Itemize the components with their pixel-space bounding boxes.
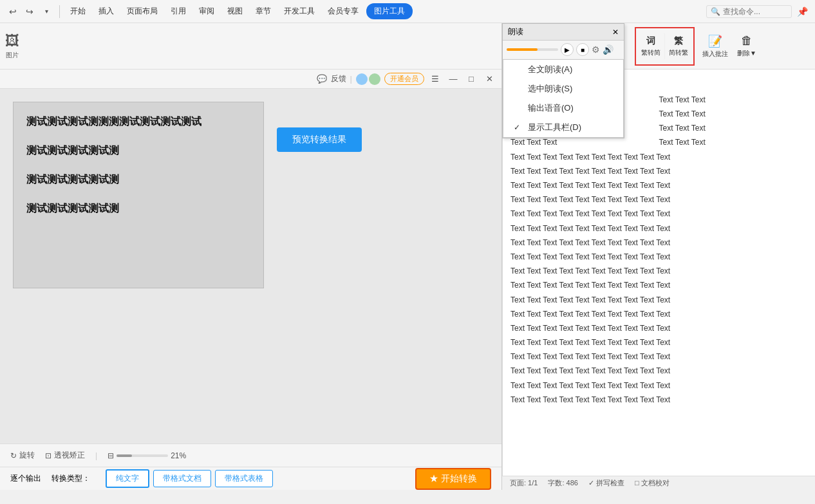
- text-row: Text Text Text Text Text Text Text Text …: [511, 221, 807, 236]
- top-toolbar: ↩ ↪ ▾ 开始 插入 页面布局 引用 审阅 视图 章节 开发工具 会员专享 图…: [0, 0, 815, 23]
- undo-button[interactable]: ↩: [5, 4, 21, 19]
- menu-dev-tools[interactable]: 开发工具: [279, 4, 320, 19]
- zoom-control[interactable]: ⊟ 21%: [108, 451, 186, 460]
- reading-panel-header: 朗读 ✕: [503, 24, 624, 41]
- text-row: Text Text Text Text Text Text Text Text …: [511, 192, 807, 207]
- show-toolbar-label: 显示工具栏(D): [528, 122, 581, 133]
- convert-type-group: 纯文字 带格式文档 带格式表格: [106, 469, 273, 488]
- rotate-tool[interactable]: ↻ 旋转: [10, 450, 35, 461]
- delete-icon: 🗑: [741, 34, 753, 48]
- viewer-header: 💬 反馈 | 开通会员 ☰ — □ ✕: [0, 70, 501, 89]
- menu-membership[interactable]: 会员专享: [323, 4, 364, 19]
- text-row: Text Text Text: [659, 135, 808, 149]
- text-row: Text Text Text: [659, 107, 808, 121]
- reading-slider[interactable]: [507, 48, 558, 51]
- insert-note-icon: 📝: [708, 34, 722, 48]
- export-audio-label: 输出语音(O): [528, 102, 574, 114]
- text-row: Text Text Text: [659, 121, 808, 135]
- feedback-icon: 💬: [317, 74, 327, 84]
- text-row: Text Text Text Text Text Text Text Text …: [511, 250, 807, 264]
- stop-button[interactable]: ■: [576, 43, 589, 56]
- redo-button[interactable]: ↪: [22, 4, 37, 19]
- page-info: 页面: 1/1: [510, 478, 538, 488]
- perspective-icon: ⊡: [45, 451, 52, 460]
- document-image: 测试测试测试测测测测试测试测试测试 测试测试测试测试测 测试测试测试测试测 测试…: [13, 102, 264, 288]
- bottom-bar: 逐个输出 转换类型： 纯文字 带格式文档 带格式表格 ★ 开始转换: [0, 467, 501, 490]
- zoom-slider[interactable]: [117, 454, 168, 457]
- sequential-output-label: 逐个输出: [10, 473, 41, 484]
- image-ribbon: 🖼 图片: [0, 23, 501, 70]
- text-row: Text Text Text Text Text Text Text Text …: [511, 364, 807, 378]
- maximize-button[interactable]: □: [464, 72, 478, 86]
- search-input[interactable]: [723, 7, 787, 16]
- main-area: 🖼 图片 💬 反馈 | 开通会员 ☰ — □ ✕: [0, 23, 815, 490]
- menu-page-layout[interactable]: 页面布局: [122, 4, 163, 19]
- text-row: Text Text Text Text Text Text Text Text …: [511, 236, 807, 250]
- word-count: 字数: 486: [548, 478, 577, 488]
- insert-note-label: 插入批注: [702, 50, 728, 59]
- text-check-button[interactable]: □ 文档校对: [635, 478, 670, 488]
- right-panel: 朗读 ✕ ▶ ■ ⚙ 🔊: [502, 23, 815, 490]
- text-row: Text Text Text Text Text Text Text Text …: [511, 307, 807, 321]
- doc-line-3: 测试测试测试测试测: [26, 173, 250, 187]
- reading-close-button[interactable]: ✕: [612, 28, 619, 37]
- simp-icon: 繁: [674, 35, 683, 47]
- status-bar: 页面: 1/1 字数: 486 ✓ 拼写检查 □ 文档校对: [502, 476, 815, 490]
- convert-type-label: 转换类型：: [52, 473, 90, 484]
- dropdown-item-selected-read[interactable]: 选中朗读(S): [503, 79, 623, 98]
- text-row: Text Text Text: [659, 93, 808, 107]
- text-row: Text Text Text Text Text Text Text Text …: [511, 335, 807, 350]
- dropdown-arrow[interactable]: ▾: [39, 4, 54, 19]
- preview-convert-button[interactable]: 预览转换结果: [277, 127, 362, 152]
- image-icon: 🖼: [5, 33, 19, 50]
- traditional-simplified-btn[interactable]: 词 繁转简: [637, 33, 665, 60]
- dropdown-item-export-audio[interactable]: 输出语音(O): [503, 98, 623, 118]
- text-row: Text Text Text Text Text Text Text Text …: [511, 378, 807, 393]
- text-row: Text Text Text Text Text Text Text Text …: [511, 278, 807, 292]
- text-row: Text Text Text Text Text Text Text Text …: [511, 264, 807, 278]
- slider-fill: [507, 48, 538, 51]
- text-row: Text Text Text Text Text Text Text Text …: [511, 293, 807, 307]
- viewer-footer: ↻ 旋转 ⊡ 透视矫正 | ⊟ 21%: [0, 443, 501, 467]
- delete-btn[interactable]: 🗑 删除▼: [733, 32, 760, 61]
- trad-label: 繁转简: [641, 48, 660, 57]
- menu-references[interactable]: 引用: [165, 4, 191, 19]
- text-rows-full: Text Text Text Text Text Text Text Text …: [511, 150, 807, 407]
- convert-type-formatted-doc[interactable]: 带格式文档: [153, 470, 211, 487]
- text-row: Text Text Text Text Text Text Text Text …: [511, 178, 807, 192]
- image-viewer-panel: 🖼 图片 💬 反馈 | 开通会员 ☰ — □ ✕: [0, 23, 502, 490]
- start-convert-button[interactable]: ★ 开始转换: [415, 468, 491, 490]
- undo-redo-group: ↩ ↪ ▾: [5, 4, 54, 19]
- text-row: Text Text Text Text Text Text Text Text …: [511, 350, 807, 364]
- membership-button[interactable]: 开通会员: [384, 73, 424, 85]
- menu-review[interactable]: 审阅: [194, 4, 220, 19]
- menu-view[interactable]: 视图: [222, 4, 248, 19]
- convert-type-text[interactable]: 纯文字: [106, 469, 149, 488]
- reading-controls: ▶ ■ ⚙ 🔊: [503, 41, 624, 59]
- simplified-traditional-btn[interactable]: 繁 简转繁: [665, 33, 692, 60]
- feedback-label: 反馈: [331, 73, 346, 84]
- footer-divider: |: [95, 451, 97, 460]
- reading-dropdown: 全文朗读(A) 选中朗读(S) 输出语音(O) ✓ 显示工具栏(D): [503, 59, 624, 138]
- doc-line-1: 测试测试测试测测测测试测试测试测试: [26, 115, 250, 129]
- menu-start[interactable]: 开始: [65, 4, 91, 19]
- close-button[interactable]: ✕: [482, 72, 496, 86]
- play-button[interactable]: ▶: [561, 43, 574, 56]
- menu-chapter[interactable]: 章节: [250, 4, 276, 19]
- spell-check-button[interactable]: ✓ 拼写检查: [588, 478, 624, 488]
- text-row: Text Text Text Text Text Text Text Text …: [511, 164, 807, 178]
- text-col-right: Text Text Text Text Text Text Text Text …: [659, 93, 808, 150]
- convert-type-formatted-table[interactable]: 带格式表格: [215, 470, 273, 487]
- doc-line-4: 测试测试测试测试测: [26, 202, 250, 216]
- menu-icon-btn[interactable]: ☰: [428, 72, 442, 86]
- menu-insert[interactable]: 插入: [93, 4, 119, 19]
- image-tools-tab[interactable]: 图片工具: [366, 3, 413, 19]
- perspective-tool[interactable]: ⊡ 透视矫正: [45, 450, 85, 461]
- avatar-group: [356, 73, 380, 85]
- insert-note-btn[interactable]: 📝 插入批注: [698, 32, 732, 61]
- pin-button[interactable]: 📌: [794, 4, 810, 19]
- dropdown-item-full-read[interactable]: 全文朗读(A): [503, 60, 623, 79]
- full-read-label: 全文朗读(A): [528, 64, 572, 75]
- minimize-button[interactable]: —: [446, 72, 460, 86]
- dropdown-item-show-toolbar[interactable]: ✓ 显示工具栏(D): [503, 118, 623, 137]
